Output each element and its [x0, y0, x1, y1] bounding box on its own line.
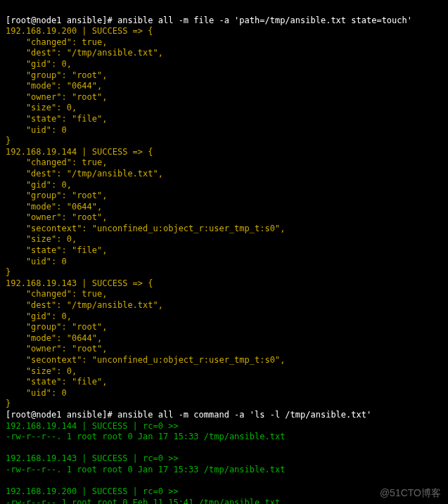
- result-line: "gid": 0,: [6, 180, 77, 190]
- result-line: "owner": "root",: [6, 92, 113, 102]
- result-line: "group": "root",: [6, 190, 113, 200]
- result-line: "secontext": "unconfined_u:object_r:user…: [6, 224, 290, 233]
- result-line: "owner": "root",: [6, 344, 113, 354]
- result-line: "state": "file",: [6, 377, 113, 387]
- result-line: "mode": "0644",: [6, 81, 108, 91]
- result-line: "changed": true,: [6, 37, 113, 47]
- cmd-result-line-0: -rw-r--r--. 1 root root 0 Jan 17 15:33 /…: [6, 432, 285, 441]
- command-1: ansible all -m file -a 'path=/tmp/ansibl…: [117, 15, 412, 25]
- prompt: [root@node1 ansible]#: [6, 410, 117, 420]
- result-line: "secontext": "unconfined_u:object_r:user…: [6, 355, 290, 365]
- result-line: "size": 0,: [6, 103, 82, 112]
- terminal[interactable]: [root@node1 ansible]# ansible all -m fil…: [0, 0, 448, 504]
- cmd-result-line-2: -rw-r--r-- 1 root root 0 Feb 11 15:41 /t…: [6, 498, 280, 504]
- result-line: "gid": 0,: [6, 311, 77, 321]
- cmd-result-header-2: 192.168.19.200 | SUCCESS | rc=0 >>: [6, 486, 179, 496]
- result-line: }: [6, 399, 11, 408]
- result-line: "state": "file",: [6, 245, 113, 255]
- result-line: "size": 0,: [6, 234, 82, 244]
- result-line: "dest": "/tmp/ansible.txt",: [6, 48, 168, 58]
- result-line: "size": 0,: [6, 366, 82, 376]
- cmd-result-header-1: 192.168.19.143 | SUCCESS | rc=0 >>: [6, 453, 179, 463]
- result-line: "state": "file",: [6, 114, 113, 124]
- result-line: "uid": 0: [6, 257, 67, 266]
- result-line: "uid": 0: [6, 125, 67, 135]
- result-header-2: 192.168.19.143 | SUCCESS => {: [6, 278, 153, 288]
- prompt: [root@node1 ansible]#: [6, 15, 117, 25]
- result-line: }: [6, 267, 11, 277]
- result-line: "uid": 0: [6, 388, 67, 398]
- cmd-result-line-1: -rw-r--r--. 1 root root 0 Jan 17 15:33 /…: [6, 465, 285, 474]
- command-2: ansible all -m command -a 'ls -l /tmp/an…: [117, 410, 371, 420]
- result-header-1: 192.168.19.144 | SUCCESS => {: [6, 147, 153, 157]
- result-header-0: 192.168.19.200 | SUCCESS => {: [6, 26, 153, 36]
- watermark: @51CTO博客: [380, 487, 441, 500]
- cmd-result-header-0: 192.168.19.144 | SUCCESS | rc=0 >>: [6, 421, 179, 431]
- result-line: "dest": "/tmp/ansible.txt",: [6, 169, 168, 179]
- result-line: "changed": true,: [6, 289, 113, 299]
- result-line: "gid": 0,: [6, 59, 77, 69]
- result-line: "changed": true,: [6, 157, 113, 167]
- result-line: "mode": "0644",: [6, 333, 108, 343]
- result-line: "group": "root",: [6, 70, 113, 80]
- result-line: "group": "root",: [6, 322, 113, 332]
- result-line: "dest": "/tmp/ansible.txt",: [6, 300, 168, 310]
- result-line: }: [6, 136, 11, 146]
- result-line: "mode": "0644",: [6, 202, 108, 212]
- result-line: "owner": "root",: [6, 212, 113, 222]
